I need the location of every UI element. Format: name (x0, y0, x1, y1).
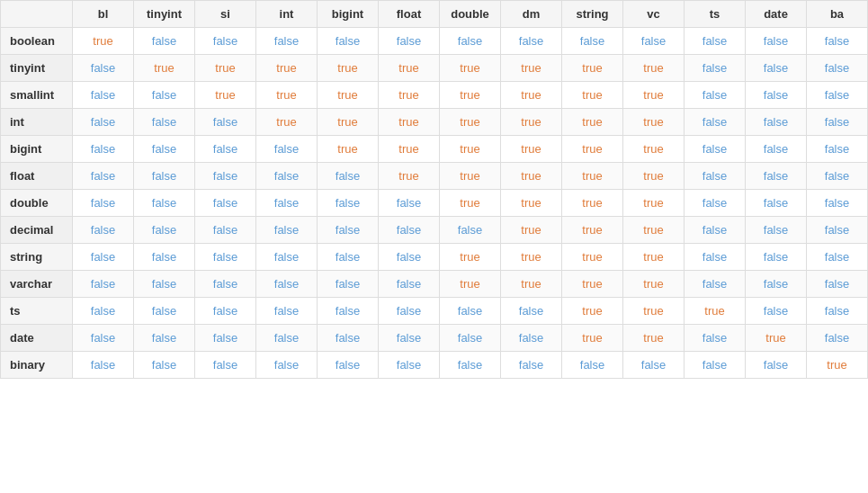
table-cell: true (440, 55, 501, 82)
table-row: varcharfalsefalsefalsefalsefalsefalsetru… (1, 271, 868, 298)
table-cell: false (134, 163, 195, 190)
table-row: bigintfalsefalsefalsefalsetruetruetruetr… (1, 136, 868, 163)
table-cell: false (73, 217, 134, 244)
table-cell: false (379, 298, 440, 325)
table-cell: true (623, 271, 685, 298)
table-cell: false (807, 325, 868, 352)
table-cell: false (685, 136, 746, 163)
row-label-bigint: bigint (1, 136, 73, 163)
table-cell: true (256, 82, 318, 109)
table-cell: true (379, 136, 440, 163)
table-cell: true (562, 163, 623, 190)
table-cell: false (440, 352, 501, 379)
row-label-double: double (1, 190, 73, 217)
table-row: stringfalsefalsefalsefalsefalsefalsetrue… (1, 244, 868, 271)
table-cell: false (195, 190, 256, 217)
col-header-tinyint: tinyint (134, 1, 195, 28)
table-cell: false (746, 163, 807, 190)
table-cell: true (195, 55, 256, 82)
table-cell: true (318, 136, 379, 163)
col-header-bl: bl (73, 1, 134, 28)
table-cell: true (379, 82, 440, 109)
table-cell: true (501, 109, 562, 136)
table-cell: false (746, 271, 807, 298)
table-cell: false (256, 298, 318, 325)
table-row: datefalsefalsefalsefalsefalsefalsefalsef… (1, 325, 868, 352)
table-cell: true (623, 163, 685, 190)
table-cell: true (501, 55, 562, 82)
table-cell: true (501, 271, 562, 298)
table-cell: false (73, 82, 134, 109)
table-cell: false (195, 28, 256, 55)
table-cell: false (807, 55, 868, 82)
table-cell: false (746, 352, 807, 379)
table-cell: true (623, 55, 685, 82)
col-header-string: string (562, 1, 623, 28)
table-cell: false (379, 190, 440, 217)
table-cell: false (746, 136, 807, 163)
table-cell: false (807, 190, 868, 217)
table-cell: false (318, 244, 379, 271)
col-header-date: date (746, 1, 807, 28)
table-cell: false (318, 28, 379, 55)
table-row: intfalsefalsefalsetruetruetruetruetruetr… (1, 109, 868, 136)
table-cell: true (562, 136, 623, 163)
table-cell: false (685, 352, 746, 379)
col-header-ba: ba (807, 1, 868, 28)
table-cell: false (134, 217, 195, 244)
table-cell: true (623, 217, 685, 244)
table-cell: false (501, 28, 562, 55)
table-cell: true (562, 271, 623, 298)
table-cell: false (807, 163, 868, 190)
table-cell: false (73, 190, 134, 217)
table-cell: false (746, 55, 807, 82)
table-row: tinyintfalsetruetruetruetruetruetruetrue… (1, 55, 868, 82)
table-cell: false (73, 55, 134, 82)
row-label-decimal: decimal (1, 217, 73, 244)
type-compatibility-table: bltinyintsiintbigintfloatdoubledmstringv… (0, 0, 868, 379)
col-header-double: double (440, 1, 501, 28)
row-label-tinyint: tinyint (1, 55, 73, 82)
table-cell: false (195, 271, 256, 298)
table-cell: false (379, 325, 440, 352)
table-cell: false (318, 190, 379, 217)
table-cell: true (256, 55, 318, 82)
table-cell: true (440, 82, 501, 109)
table-cell: false (134, 244, 195, 271)
table-cell: true (134, 55, 195, 82)
table-cell: false (195, 244, 256, 271)
row-label-ts: ts (1, 298, 73, 325)
table-cell: false (807, 217, 868, 244)
table-cell: true (623, 82, 685, 109)
table-cell: false (195, 325, 256, 352)
table-cell: true (440, 190, 501, 217)
col-header-dm: dm (501, 1, 562, 28)
row-label-binary: binary (1, 352, 73, 379)
col-header-int: int (256, 1, 318, 28)
table-cell: false (318, 217, 379, 244)
table-cell: true (440, 271, 501, 298)
table-cell: true (379, 163, 440, 190)
table-cell: false (685, 163, 746, 190)
table-cell: false (440, 325, 501, 352)
table-cell: false (807, 298, 868, 325)
table-cell: false (134, 28, 195, 55)
table-cell: false (746, 109, 807, 136)
table-cell: true (562, 109, 623, 136)
table-cell: false (256, 190, 318, 217)
col-header-vc: vc (623, 1, 685, 28)
table-cell: true (440, 244, 501, 271)
table-cell: false (318, 352, 379, 379)
table-cell: false (195, 109, 256, 136)
row-label-boolean: boolean (1, 28, 73, 55)
table-cell: true (562, 190, 623, 217)
table-cell: true (501, 163, 562, 190)
table-cell: true (501, 190, 562, 217)
table-cell: false (73, 298, 134, 325)
table-cell: false (746, 217, 807, 244)
table-cell: true (501, 244, 562, 271)
row-label-int: int (1, 109, 73, 136)
table-cell: true (195, 82, 256, 109)
row-label-varchar: varchar (1, 271, 73, 298)
table-cell: false (318, 325, 379, 352)
